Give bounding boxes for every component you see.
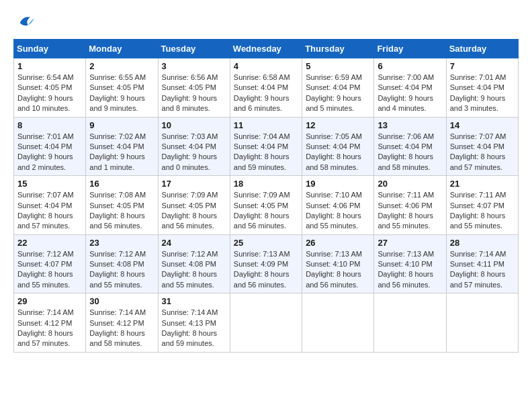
calendar-day-12: 12Sunrise: 7:05 AMSunset: 4:04 PMDayligh… xyxy=(302,117,374,176)
calendar-day-15: 15Sunrise: 7:07 AMSunset: 4:04 PMDayligh… xyxy=(14,176,86,235)
day-number: 9 xyxy=(89,120,154,130)
day-number: 15 xyxy=(17,179,82,189)
day-number: 27 xyxy=(378,238,442,248)
logo-bird-icon xyxy=(16,13,35,32)
empty-day-cell xyxy=(374,293,446,353)
calendar-day-10: 10Sunrise: 7:03 AMSunset: 4:04 PMDayligh… xyxy=(158,117,230,176)
calendar-day-6: 6Sunrise: 7:00 AMSunset: 4:04 PMDaylight… xyxy=(374,58,446,118)
day-number: 5 xyxy=(306,61,370,71)
day-number: 24 xyxy=(162,238,226,248)
day-info: Sunrise: 7:11 AMSunset: 4:07 PMDaylight:… xyxy=(450,191,506,230)
weekday-header-saturday: Saturday xyxy=(446,40,518,58)
day-info: Sunrise: 7:13 AMSunset: 4:10 PMDaylight:… xyxy=(378,250,434,289)
calendar-day-3: 3Sunrise: 6:56 AMSunset: 4:05 PMDaylight… xyxy=(158,58,230,118)
calendar-day-27: 27Sunrise: 7:13 AMSunset: 4:10 PMDayligh… xyxy=(374,234,446,293)
day-number: 14 xyxy=(450,120,515,130)
day-number: 29 xyxy=(17,296,82,306)
calendar-day-2: 2Sunrise: 6:55 AMSunset: 4:05 PMDaylight… xyxy=(86,58,158,118)
day-info: Sunrise: 7:05 AMSunset: 4:04 PMDaylight:… xyxy=(306,132,362,171)
calendar-day-23: 23Sunrise: 7:12 AMSunset: 4:08 PMDayligh… xyxy=(86,234,158,293)
calendar-day-25: 25Sunrise: 7:13 AMSunset: 4:09 PMDayligh… xyxy=(230,234,302,293)
day-number: 19 xyxy=(306,179,370,189)
day-info: Sunrise: 7:00 AMSunset: 4:04 PMDaylight:… xyxy=(378,73,434,112)
weekday-header-friday: Friday xyxy=(374,40,446,58)
calendar-day-11: 11Sunrise: 7:04 AMSunset: 4:04 PMDayligh… xyxy=(230,117,302,176)
calendar-day-16: 16Sunrise: 7:08 AMSunset: 4:05 PMDayligh… xyxy=(86,176,158,235)
day-number: 8 xyxy=(17,120,82,130)
day-number: 12 xyxy=(306,120,370,130)
calendar-day-22: 22Sunrise: 7:12 AMSunset: 4:07 PMDayligh… xyxy=(14,234,86,293)
day-number: 30 xyxy=(89,296,154,306)
calendar-week-row: 15Sunrise: 7:07 AMSunset: 4:04 PMDayligh… xyxy=(14,176,519,235)
weekday-header-monday: Monday xyxy=(86,40,158,58)
calendar-day-13: 13Sunrise: 7:06 AMSunset: 4:04 PMDayligh… xyxy=(374,117,446,176)
calendar-table: SundayMondayTuesdayWednesdayThursdayFrid… xyxy=(13,39,519,353)
day-info: Sunrise: 6:59 AMSunset: 4:04 PMDaylight:… xyxy=(306,73,362,112)
calendar-day-19: 19Sunrise: 7:10 AMSunset: 4:06 PMDayligh… xyxy=(302,176,374,235)
day-number: 23 xyxy=(89,238,154,248)
day-number: 20 xyxy=(378,179,442,189)
weekday-header-tuesday: Tuesday xyxy=(158,40,230,58)
day-info: Sunrise: 6:55 AMSunset: 4:05 PMDaylight:… xyxy=(89,73,146,112)
calendar-header-row: SundayMondayTuesdayWednesdayThursdayFrid… xyxy=(14,40,519,58)
day-info: Sunrise: 7:08 AMSunset: 4:05 PMDaylight:… xyxy=(89,191,146,230)
day-info: Sunrise: 7:12 AMSunset: 4:08 PMDaylight:… xyxy=(89,250,146,289)
day-info: Sunrise: 7:12 AMSunset: 4:08 PMDaylight:… xyxy=(162,250,218,289)
day-number: 18 xyxy=(234,179,298,189)
day-info: Sunrise: 6:58 AMSunset: 4:04 PMDaylight:… xyxy=(234,73,290,112)
day-info: Sunrise: 7:13 AMSunset: 4:09 PMDaylight:… xyxy=(234,250,290,289)
day-number: 4 xyxy=(234,61,298,71)
day-info: Sunrise: 7:06 AMSunset: 4:04 PMDaylight:… xyxy=(378,132,434,171)
day-info: Sunrise: 7:13 AMSunset: 4:10 PMDaylight:… xyxy=(306,250,362,289)
day-number: 7 xyxy=(450,61,515,71)
calendar-day-17: 17Sunrise: 7:09 AMSunset: 4:05 PMDayligh… xyxy=(158,176,230,235)
calendar-week-row: 8Sunrise: 7:01 AMSunset: 4:04 PMDaylight… xyxy=(14,117,519,176)
weekday-header-thursday: Thursday xyxy=(302,40,374,58)
day-info: Sunrise: 7:02 AMSunset: 4:04 PMDaylight:… xyxy=(89,132,146,171)
day-number: 28 xyxy=(450,238,515,248)
day-info: Sunrise: 7:09 AMSunset: 4:05 PMDaylight:… xyxy=(234,191,290,230)
day-number: 13 xyxy=(378,120,442,130)
calendar-day-26: 26Sunrise: 7:13 AMSunset: 4:10 PMDayligh… xyxy=(302,234,374,293)
day-number: 6 xyxy=(378,61,442,71)
calendar-day-24: 24Sunrise: 7:12 AMSunset: 4:08 PMDayligh… xyxy=(158,234,230,293)
day-info: Sunrise: 6:54 AMSunset: 4:05 PMDaylight:… xyxy=(17,73,74,112)
day-info: Sunrise: 7:10 AMSunset: 4:06 PMDaylight:… xyxy=(306,191,362,230)
calendar-day-29: 29Sunrise: 7:14 AMSunset: 4:12 PMDayligh… xyxy=(14,293,86,353)
day-info: Sunrise: 7:12 AMSunset: 4:07 PMDaylight:… xyxy=(17,250,74,289)
calendar-day-1: 1Sunrise: 6:54 AMSunset: 4:05 PMDaylight… xyxy=(14,58,86,118)
calendar-day-28: 28Sunrise: 7:14 AMSunset: 4:11 PMDayligh… xyxy=(446,234,518,293)
calendar-day-20: 20Sunrise: 7:11 AMSunset: 4:06 PMDayligh… xyxy=(374,176,446,235)
calendar-week-row: 29Sunrise: 7:14 AMSunset: 4:12 PMDayligh… xyxy=(14,293,519,353)
calendar-day-4: 4Sunrise: 6:58 AMSunset: 4:04 PMDaylight… xyxy=(230,58,302,118)
weekday-header-wednesday: Wednesday xyxy=(230,40,302,58)
day-number: 26 xyxy=(306,238,370,248)
calendar-day-8: 8Sunrise: 7:01 AMSunset: 4:04 PMDaylight… xyxy=(14,117,86,176)
day-number: 16 xyxy=(89,179,154,189)
day-info: Sunrise: 7:14 AMSunset: 4:11 PMDaylight:… xyxy=(450,250,506,289)
empty-day-cell xyxy=(302,293,374,353)
calendar-day-5: 5Sunrise: 6:59 AMSunset: 4:04 PMDaylight… xyxy=(302,58,374,118)
calendar-day-30: 30Sunrise: 7:14 AMSunset: 4:12 PMDayligh… xyxy=(86,293,158,353)
calendar-day-9: 9Sunrise: 7:02 AMSunset: 4:04 PMDaylight… xyxy=(86,117,158,176)
day-number: 21 xyxy=(450,179,515,189)
calendar-week-row: 22Sunrise: 7:12 AMSunset: 4:07 PMDayligh… xyxy=(14,234,519,293)
calendar-day-7: 7Sunrise: 7:01 AMSunset: 4:04 PMDaylight… xyxy=(446,58,518,118)
day-number: 31 xyxy=(162,296,226,306)
day-info: Sunrise: 7:14 AMSunset: 4:13 PMDaylight:… xyxy=(162,308,218,347)
day-info: Sunrise: 7:11 AMSunset: 4:06 PMDaylight:… xyxy=(378,191,434,230)
day-number: 11 xyxy=(234,120,298,130)
day-info: Sunrise: 7:07 AMSunset: 4:04 PMDaylight:… xyxy=(17,191,74,230)
calendar-day-18: 18Sunrise: 7:09 AMSunset: 4:05 PMDayligh… xyxy=(230,176,302,235)
day-info: Sunrise: 7:01 AMSunset: 4:04 PMDaylight:… xyxy=(450,73,506,112)
day-number: 2 xyxy=(89,61,154,71)
empty-day-cell xyxy=(446,293,518,353)
day-number: 10 xyxy=(162,120,226,130)
day-info: Sunrise: 6:56 AMSunset: 4:05 PMDaylight:… xyxy=(162,73,218,112)
day-info: Sunrise: 7:14 AMSunset: 4:12 PMDaylight:… xyxy=(17,308,74,347)
day-number: 3 xyxy=(162,61,226,71)
calendar-day-31: 31Sunrise: 7:14 AMSunset: 4:13 PMDayligh… xyxy=(158,293,230,353)
empty-day-cell xyxy=(230,293,302,353)
day-info: Sunrise: 7:14 AMSunset: 4:12 PMDaylight:… xyxy=(89,308,146,347)
day-number: 25 xyxy=(234,238,298,248)
